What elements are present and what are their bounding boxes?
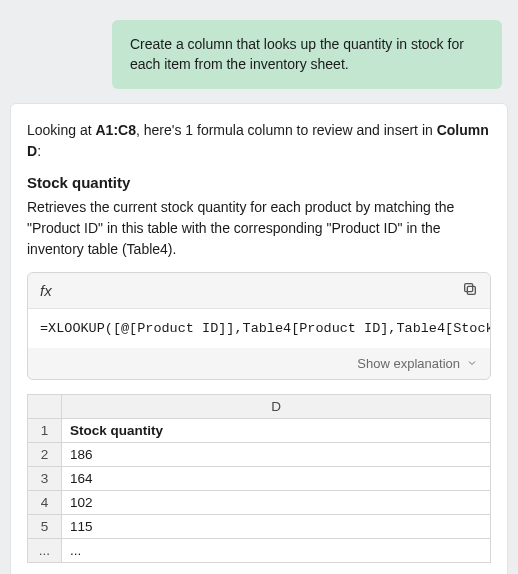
section-title: Stock quantity xyxy=(27,174,491,191)
table-cell: 102 xyxy=(62,490,491,514)
intro-text: Looking at A1:C8, here's 1 formula colum… xyxy=(27,120,491,162)
assistant-card: Looking at A1:C8, here's 1 formula colum… xyxy=(10,103,508,574)
row-number: 4 xyxy=(28,490,62,514)
copy-icon[interactable] xyxy=(462,281,478,300)
fx-label: fx xyxy=(40,282,52,299)
svg-rect-1 xyxy=(465,283,473,291)
table-corner xyxy=(28,394,62,418)
table-cell: 115 xyxy=(62,514,491,538)
table-row: 1 Stock quantity xyxy=(28,418,491,442)
intro-suffix: : xyxy=(37,143,41,159)
table-cell: ... xyxy=(62,538,491,562)
table-row: 4 102 xyxy=(28,490,491,514)
table-column-letter: D xyxy=(62,394,491,418)
row-number: 3 xyxy=(28,466,62,490)
row-number: 1 xyxy=(28,418,62,442)
table-cell: Stock quantity xyxy=(62,418,491,442)
table-cell: 164 xyxy=(62,466,491,490)
table-row: ... ... xyxy=(28,538,491,562)
preview-table: D 1 Stock quantity 2 186 3 164 4 102 5 1… xyxy=(27,394,491,563)
row-number: ... xyxy=(28,538,62,562)
table-row: 2 186 xyxy=(28,442,491,466)
show-explanation-label: Show explanation xyxy=(357,356,460,371)
table-row: 3 164 xyxy=(28,466,491,490)
intro-prefix: Looking at xyxy=(27,122,96,138)
row-number: 5 xyxy=(28,514,62,538)
table-cell: 186 xyxy=(62,442,491,466)
intro-range: A1:C8 xyxy=(96,122,136,138)
table-row: 5 115 xyxy=(28,514,491,538)
formula-text[interactable]: =XLOOKUP([@[Product ID]],Table4[Product … xyxy=(28,309,490,348)
intro-mid: , here's 1 formula column to review and … xyxy=(136,122,437,138)
user-message: Create a column that looks up the quanti… xyxy=(112,20,502,89)
row-number: 2 xyxy=(28,442,62,466)
section-description: Retrieves the current stock quantity for… xyxy=(27,197,491,260)
svg-rect-0 xyxy=(467,286,475,294)
show-explanation-button[interactable]: Show explanation xyxy=(28,348,490,379)
chevron-down-icon xyxy=(466,357,478,369)
formula-block: fx =XLOOKUP([@[Product ID]],Table4[Produ… xyxy=(27,272,491,380)
formula-header: fx xyxy=(28,273,490,309)
